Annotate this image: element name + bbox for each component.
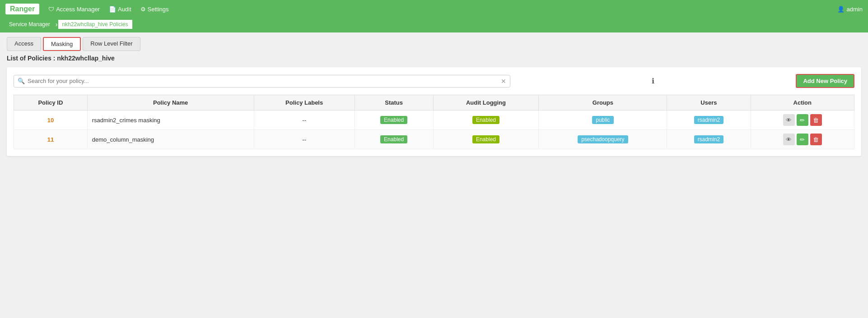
col-users: Users bbox=[667, 95, 751, 111]
col-action: Action bbox=[751, 95, 854, 111]
policy-name-10: rsadmin2_crimes masking bbox=[87, 111, 254, 130]
groups-badge-10: public bbox=[592, 116, 613, 124]
table-row: 11 demo_column_masking -- Enabled Enable… bbox=[14, 130, 854, 149]
search-icon: 🔍 bbox=[18, 78, 25, 84]
info-icon[interactable]: ℹ bbox=[652, 77, 654, 85]
file-icon: 📄 bbox=[109, 6, 116, 13]
audit-badge-10: Enabled bbox=[472, 116, 499, 124]
navbar-left: Ranger 🛡 Access Manager 📄 Audit ⚙ Settin… bbox=[5, 4, 169, 14]
edit-button-10[interactable]: ✏ bbox=[797, 114, 808, 126]
action-buttons-10: 👁 ✏ 🗑 bbox=[756, 114, 850, 126]
search-container: 🔍 ✕ bbox=[14, 75, 510, 88]
view-button-11[interactable]: 👁 bbox=[783, 134, 795, 145]
groups-badge-11: psechadoopquery bbox=[578, 135, 628, 143]
policy-users-10: rsadmin2 bbox=[667, 111, 751, 130]
policies-table: Policy ID Policy Name Policy Labels Stat… bbox=[14, 95, 854, 149]
action-buttons-11: 👁 ✏ 🗑 bbox=[756, 134, 850, 145]
breadcrumb-service-manager[interactable]: Service Manager bbox=[5, 20, 55, 29]
search-clear-icon[interactable]: ✕ bbox=[501, 78, 506, 85]
policy-name-11: demo_column_masking bbox=[87, 130, 254, 149]
nav-settings[interactable]: ⚙ Settings bbox=[140, 6, 169, 13]
status-badge-10: Enabled bbox=[380, 116, 407, 124]
tab-row-level-filter[interactable]: Row Level Filter bbox=[83, 37, 140, 51]
policy-users-11: rsadmin2 bbox=[667, 130, 751, 149]
edit-button-11[interactable]: ✏ bbox=[797, 134, 808, 145]
navbar: Ranger 🛡 Access Manager 📄 Audit ⚙ Settin… bbox=[0, 0, 868, 18]
policy-id-11: 11 bbox=[14, 130, 88, 149]
policy-audit-11: Enabled bbox=[433, 130, 539, 149]
nav-audit[interactable]: 📄 Audit bbox=[109, 6, 131, 13]
users-badge-11: rsadmin2 bbox=[694, 135, 723, 143]
policy-audit-10: Enabled bbox=[433, 111, 539, 130]
tab-bar: Access Masking Row Level Filter bbox=[7, 37, 861, 51]
table-header-row: Policy ID Policy Name Policy Labels Stat… bbox=[14, 95, 854, 111]
search-input[interactable] bbox=[28, 78, 501, 84]
tab-masking[interactable]: Masking bbox=[43, 37, 81, 51]
policy-action-11: 👁 ✏ 🗑 bbox=[751, 130, 854, 149]
delete-button-11[interactable]: 🗑 bbox=[810, 134, 822, 145]
col-groups: Groups bbox=[539, 95, 667, 111]
policy-labels-11: -- bbox=[254, 130, 355, 149]
policy-id-10: 10 bbox=[14, 111, 88, 130]
users-badge-10: rsadmin2 bbox=[694, 116, 723, 124]
col-status: Status bbox=[355, 95, 433, 111]
main-panel: 🔍 ✕ ℹ Add New Policy Policy ID Policy Na… bbox=[7, 67, 861, 156]
table-row: 10 rsadmin2_crimes masking -- Enabled En… bbox=[14, 111, 854, 130]
policy-status-10: Enabled bbox=[355, 111, 433, 130]
view-button-10[interactable]: 👁 bbox=[783, 114, 795, 126]
col-audit-logging: Audit Logging bbox=[433, 95, 539, 111]
breadcrumb-arrow: › bbox=[56, 21, 58, 28]
username: admin bbox=[847, 6, 863, 13]
nav-access-manager[interactable]: 🛡 Access Manager bbox=[48, 6, 100, 13]
gear-icon: ⚙ bbox=[140, 6, 146, 13]
breadcrumb-bar: Service Manager › nkh22whcllap_hive Poli… bbox=[0, 18, 868, 32]
col-policy-name: Policy Name bbox=[87, 95, 254, 111]
add-new-policy-button[interactable]: Add New Policy bbox=[796, 74, 854, 88]
policy-groups-10: public bbox=[539, 111, 667, 130]
policy-status-11: Enabled bbox=[355, 130, 433, 149]
delete-button-10[interactable]: 🗑 bbox=[810, 114, 822, 126]
user-section: 👤 admin bbox=[837, 6, 863, 13]
breadcrumb-hive-policies[interactable]: nkh22whcllap_hive Policies bbox=[58, 20, 132, 29]
col-policy-labels: Policy Labels bbox=[254, 95, 355, 111]
policy-action-10: 👁 ✏ 🗑 bbox=[751, 111, 854, 130]
app-brand[interactable]: Ranger bbox=[5, 4, 39, 14]
tab-access[interactable]: Access bbox=[7, 37, 41, 51]
search-row: 🔍 ✕ ℹ Add New Policy bbox=[14, 74, 854, 88]
user-icon: 👤 bbox=[837, 6, 845, 13]
policy-labels-10: -- bbox=[254, 111, 355, 130]
col-policy-id: Policy ID bbox=[14, 95, 88, 111]
policy-groups-11: psechadoopquery bbox=[539, 130, 667, 149]
status-badge-11: Enabled bbox=[380, 135, 407, 143]
policy-list-title: List of Policies : nkh22whcllap_hive bbox=[7, 55, 861, 62]
content-area: Access Masking Row Level Filter List of … bbox=[0, 32, 868, 161]
audit-badge-11: Enabled bbox=[472, 135, 499, 143]
shield-icon: 🛡 bbox=[48, 6, 54, 13]
